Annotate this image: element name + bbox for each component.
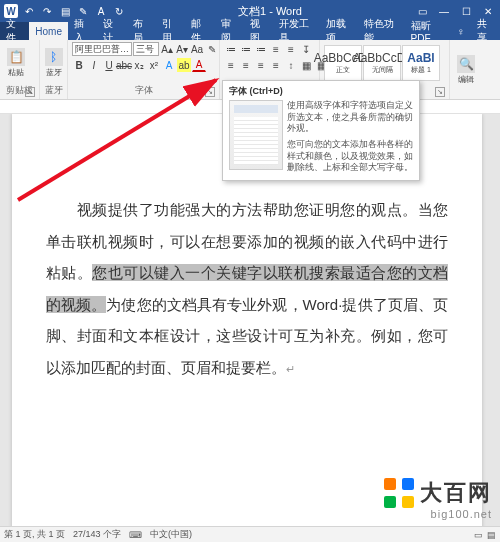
superscript-button[interactable]: x² xyxy=(147,58,161,72)
underline-button[interactable]: U xyxy=(102,58,116,72)
view-readmode-icon[interactable]: ▭ xyxy=(474,530,483,540)
ribbon-options-icon[interactable]: ▭ xyxy=(414,6,430,17)
style-nospacing[interactable]: AaBbCcDc无间隔 xyxy=(363,45,401,81)
quick-access-toolbar: W ↶ ↷ ▤ ✎ A ↻ xyxy=(4,4,126,18)
status-bar: 第 1 页, 共 1 页 27/143 个字 ⌨ 中文(中国) ▭ ▤ xyxy=(0,526,500,542)
tab-foxit-pdf[interactable]: 福昕PDF xyxy=(405,22,452,40)
qat-font-icon[interactable]: A xyxy=(94,4,108,18)
align-center-button[interactable]: ≡ xyxy=(239,58,253,72)
minimize-icon[interactable]: — xyxy=(436,6,452,17)
clipboard-launcher[interactable]: ↘ xyxy=(25,87,35,97)
editing-button[interactable]: 🔍 编辑 xyxy=(454,51,478,89)
decrease-indent-button[interactable]: ≡ xyxy=(269,42,283,56)
bold-button[interactable]: B xyxy=(72,58,86,72)
text-post[interactable]: 为使您的文档具有专业外观，Word·提供了页眉、页脚、封面和文本框设计，这些设计… xyxy=(46,296,448,376)
screentip-text-2: 您可向您的文本添加各种各样的样式和颜色，以及视觉效果，如删除线、上标和全部大写字… xyxy=(287,139,413,174)
qat-redo-icon[interactable]: ↷ xyxy=(40,4,54,18)
qat-save-icon[interactable]: ▤ xyxy=(58,4,72,18)
strike-button[interactable]: abc xyxy=(117,58,131,72)
paste-icon: 📋 xyxy=(7,48,25,66)
app-icon: W xyxy=(4,4,18,18)
change-case-button[interactable]: Aa xyxy=(190,42,204,56)
multilevel-button[interactable]: ≔ xyxy=(254,42,268,56)
group-font: 阿里巴巴普… 三号 A▴ A▾ Aa ✎ B I U abc x₂ x² A a… xyxy=(68,40,220,99)
screentip-thumbnail xyxy=(229,100,283,170)
increase-indent-button[interactable]: ≡ xyxy=(284,42,298,56)
maximize-icon[interactable]: ☐ xyxy=(458,6,474,17)
font-size-combo[interactable]: 三号 xyxy=(133,42,159,56)
tab-mailings[interactable]: 邮件 xyxy=(185,22,214,40)
bullets-button[interactable]: ≔ xyxy=(224,42,238,56)
align-left-button[interactable]: ≡ xyxy=(224,58,238,72)
font-color-button[interactable]: A xyxy=(192,58,206,72)
tab-file[interactable]: 文件 xyxy=(0,22,29,40)
shrink-font-button[interactable]: A▾ xyxy=(175,42,189,56)
tell-me-icon[interactable]: ♀ xyxy=(451,22,471,40)
line-spacing-button[interactable]: ↕ xyxy=(284,58,298,72)
tab-special[interactable]: 特色功能 xyxy=(358,22,405,40)
bluetooth-icon: ᛒ xyxy=(45,48,63,66)
tab-design[interactable]: 设计 xyxy=(97,22,126,40)
qat-undo-icon[interactable]: ↶ xyxy=(22,4,36,18)
tab-home[interactable]: Home xyxy=(29,22,68,40)
tab-layout[interactable]: 布局 xyxy=(127,22,156,40)
view-print-icon[interactable]: ▤ xyxy=(487,530,496,540)
italic-button[interactable]: I xyxy=(87,58,101,72)
screentip-text-1: 使用高级字体和字符选项自定义所选文本，使之具备所需的确切外观。 xyxy=(287,100,413,135)
styles-launcher[interactable]: ↘ xyxy=(435,87,445,97)
subscript-button[interactable]: x₂ xyxy=(132,58,146,72)
group-clipboard: 📋 粘贴 剪贴板↘ xyxy=(0,40,40,99)
watermark: 大百网 big100.net xyxy=(384,478,492,520)
text-effects-button[interactable]: A xyxy=(162,58,176,72)
qat-draw-icon[interactable]: ✎ xyxy=(76,4,90,18)
tab-developer[interactable]: 开发工具 xyxy=(273,22,320,40)
tab-references[interactable]: 引用 xyxy=(156,22,185,40)
align-right-button[interactable]: ≡ xyxy=(254,58,268,72)
font-screentip: 字体 (Ctrl+D) 使用高级字体和字符选项自定义所选文本，使之具备所需的确切… xyxy=(222,80,420,181)
watermark-logo-icon xyxy=(384,478,414,508)
clear-format-button[interactable]: ✎ xyxy=(205,42,219,56)
group-bluetooth: ᛒ 蓝牙 蓝牙 xyxy=(40,40,68,99)
group-label-font: 字体↘ xyxy=(72,84,215,97)
align-justify-button[interactable]: ≡ xyxy=(269,58,283,72)
status-wordcount[interactable]: 27/143 个字 xyxy=(73,528,121,541)
status-page[interactable]: 第 1 页, 共 1 页 xyxy=(4,528,65,541)
screentip-title: 字体 (Ctrl+D) xyxy=(229,85,413,98)
tab-insert[interactable]: 插入 xyxy=(68,22,97,40)
group-label-bluetooth: 蓝牙 xyxy=(44,84,63,97)
close-icon[interactable]: ✕ xyxy=(480,6,496,17)
highlight-button[interactable]: ab xyxy=(177,58,191,72)
font-dialog-launcher[interactable]: ↘ xyxy=(205,87,215,97)
group-editing: 🔍 编辑 xyxy=(450,40,484,99)
paragraph-mark: ↵ xyxy=(286,363,295,375)
grow-font-button[interactable]: A▴ xyxy=(160,42,174,56)
status-language[interactable]: 中文(中国) xyxy=(150,528,192,541)
font-name-combo[interactable]: 阿里巴巴普… xyxy=(72,42,132,56)
find-icon: 🔍 xyxy=(457,55,475,73)
tab-view[interactable]: 视图 xyxy=(244,22,273,40)
watermark-domain: big100.net xyxy=(384,508,492,520)
ribbon-tabs: 文件 Home 插入 设计 布局 引用 邮件 审阅 视图 开发工具 加载项 特色… xyxy=(0,22,500,40)
group-label-clipboard: 剪贴板↘ xyxy=(4,84,35,97)
paste-button[interactable]: 📋 粘贴 xyxy=(4,44,28,82)
shading-button[interactable]: ▦ xyxy=(299,58,313,72)
numbering-button[interactable]: ≔ xyxy=(239,42,253,56)
watermark-name: 大百网 xyxy=(420,478,492,508)
bluetooth-button[interactable]: ᛒ 蓝牙 xyxy=(44,44,63,82)
qat-refresh-icon[interactable]: ↻ xyxy=(112,4,126,18)
sort-button[interactable]: ↧ xyxy=(299,42,313,56)
tab-addins[interactable]: 加载项 xyxy=(320,22,358,40)
window-controls: ▭ — ☐ ✕ xyxy=(414,6,496,17)
style-heading1[interactable]: AaBl标题 1 xyxy=(402,45,440,81)
tab-review[interactable]: 审阅 xyxy=(215,22,244,40)
status-ime-icon[interactable]: ⌨ xyxy=(129,530,142,540)
